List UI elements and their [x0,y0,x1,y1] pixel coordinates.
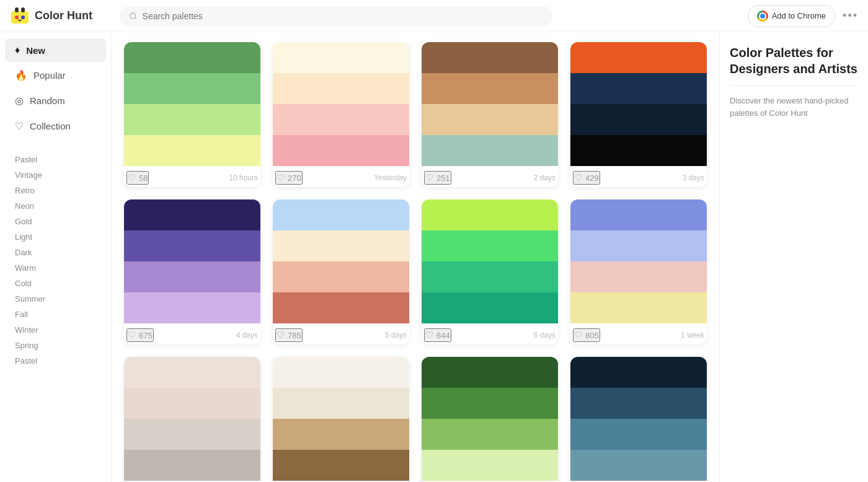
color-swatch [273,419,409,450]
sidebar-item-new[interactable]: ♦New [5,38,106,62]
color-swatch [570,419,707,450]
like-button[interactable]: ♡ 644 [424,328,451,342]
color-swatch [422,104,558,135]
palette-swatches [422,42,558,166]
more-options-icon[interactable]: ••• [843,9,858,22]
chrome-icon [757,11,768,22]
color-swatch [273,73,409,104]
color-swatch [422,261,558,292]
like-button[interactable]: ♡ 270 [275,171,303,185]
palette-footer: ♡ 58 10 hours [124,166,260,187]
svg-point-3 [15,15,19,19]
color-swatch [570,450,707,481]
new-icon: ♦ [15,45,20,56]
palette-swatches [124,42,260,166]
palette-swatches [273,42,409,166]
tag-gold[interactable]: Gold [10,214,101,229]
palette-card[interactable]: ♡ 270 Yesterday [273,42,409,187]
palette-swatches [273,357,409,481]
app-layout: Color Hunt Add to Chrome ••• ♦New🔥Popula… [0,0,868,482]
palette-card[interactable]: ♡ 523 1 week [570,357,707,482]
color-swatch [273,104,409,135]
like-count: 429 [585,173,599,183]
color-swatch [570,292,707,323]
color-swatch [273,292,409,323]
color-swatch [570,261,707,292]
color-swatch [124,388,260,419]
color-swatch [273,388,409,419]
palette-card[interactable]: ♡ 429 3 days [570,42,707,187]
palette-card[interactable]: ♡ 644 6 days [422,199,558,344]
tag-warm[interactable]: Warm [10,260,101,276]
color-swatch [570,104,707,135]
nav-items: ♦New🔥Popular◎Random♡Collection [0,32,111,144]
palette-swatches [273,199,409,323]
color-swatch [124,357,260,388]
tag-spring[interactable]: Spring [10,338,101,353]
nav-label: New [26,45,45,56]
logo[interactable]: Color Hunt [10,6,109,26]
palette-footer: ♡ 675 4 days [124,323,260,344]
color-swatch [273,42,409,73]
color-swatch [570,42,707,73]
color-swatch [124,42,260,73]
color-swatch [273,357,409,388]
main-content: ♡ 58 10 hours ♡ 270 Yesterday ♡ 251 2 da… [112,32,719,482]
palette-card[interactable]: ♡ 805 1 week [570,199,707,344]
palette-card[interactable]: ♡ 251 2 days [422,42,558,187]
palette-card[interactable]: ♡ 198 1 week [273,357,409,482]
color-swatch [273,450,409,481]
search-input[interactable] [143,11,543,21]
palette-card[interactable]: ♡ 675 4 days [124,199,260,344]
like-button[interactable]: ♡ 805 [573,328,600,342]
tag-dark[interactable]: Dark [10,245,101,260]
like-button[interactable]: ♡ 58 [126,171,149,185]
tag-neon[interactable]: Neon [10,198,101,214]
popular-icon: 🔥 [15,69,27,81]
heart-icon: ♡ [425,330,433,341]
tag-cold[interactable]: Cold [10,276,101,291]
palette-card[interactable]: ♡ 58 10 hours [124,42,260,187]
color-swatch [124,135,260,166]
color-swatch [422,450,558,481]
tag-winter[interactable]: Winter [10,322,101,338]
like-button[interactable]: ♡ 251 [424,171,451,185]
like-button[interactable]: ♡ 429 [573,171,600,185]
palette-swatches [124,357,260,481]
chrome-button-label: Add to Chrome [772,11,826,20]
heart-icon: ♡ [128,172,136,183]
tag-vintage[interactable]: Vintage [10,167,101,183]
palette-card[interactable]: ♡ 785 5 days [273,199,409,344]
svg-point-5 [130,12,136,18]
search-bar[interactable] [119,6,553,26]
palettes-grid: ♡ 58 10 hours ♡ 270 Yesterday ♡ 251 2 da… [124,42,707,482]
like-button[interactable]: ♡ 675 [126,328,154,342]
tag-light[interactable]: Light [10,229,101,245]
sidebar-item-random[interactable]: ◎Random [5,89,106,113]
palette-card[interactable]: ♡ 445 1 week [422,357,558,482]
sidebar-item-collection[interactable]: ♡Collection [5,114,106,138]
svg-point-4 [21,15,25,19]
logo-text: Color Hunt [35,9,92,22]
palette-swatches [422,199,558,323]
tag-summer[interactable]: Summer [10,291,101,307]
color-swatch [124,230,260,261]
palette-footer: ♡ 270 Yesterday [273,166,409,187]
color-swatch [124,292,260,323]
color-swatch [570,230,707,261]
heart-icon: ♡ [277,172,285,183]
tag-fall[interactable]: Fall [10,307,101,322]
time-label: 1 week [681,331,704,340]
tag-pastel[interactable]: Pastel [10,353,101,369]
color-swatch [273,199,409,230]
color-swatch [124,261,260,292]
tag-pastel[interactable]: Pastel [10,152,101,167]
like-count: 805 [585,331,599,340]
palette-card[interactable]: ♡ 312 1 week [124,357,260,482]
tag-retro[interactable]: Retro [10,183,101,198]
sidebar-item-popular[interactable]: 🔥Popular [5,63,106,87]
like-button[interactable]: ♡ 785 [275,328,303,342]
add-to-chrome-button[interactable]: Add to Chrome [748,5,835,27]
right-divider [730,85,858,86]
color-swatch [570,135,707,166]
